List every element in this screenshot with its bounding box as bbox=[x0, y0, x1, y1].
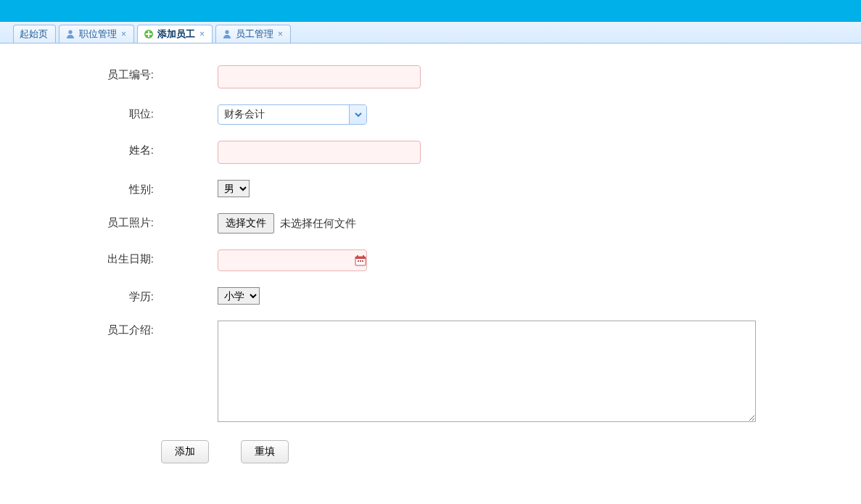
svg-rect-7 bbox=[358, 260, 359, 262]
person-icon bbox=[222, 29, 232, 39]
form-content: 员工编号: 职位: 财务会计 姓名: 性别: 男 女 bbox=[0, 44, 861, 463]
label-education: 学历: bbox=[0, 287, 160, 304]
person-icon bbox=[65, 29, 75, 39]
close-icon[interactable]: × bbox=[199, 29, 205, 39]
close-icon[interactable]: × bbox=[121, 29, 126, 39]
svg-rect-6 bbox=[363, 255, 364, 257]
svg-point-0 bbox=[68, 30, 72, 34]
svg-point-2 bbox=[225, 30, 228, 34]
position-value: 财务会计 bbox=[218, 108, 349, 121]
label-position: 职位: bbox=[0, 104, 160, 121]
tab-add-employee[interactable]: 添加员工 × bbox=[137, 25, 213, 43]
label-birthdate: 出生日期: bbox=[0, 249, 160, 266]
choose-file-button[interactable]: 选择文件 bbox=[218, 213, 274, 234]
birthdate-input-wrapper bbox=[218, 249, 367, 271]
birthdate-input[interactable] bbox=[218, 250, 354, 270]
calendar-icon[interactable] bbox=[354, 254, 367, 267]
tab-start[interactable]: 起始页 bbox=[13, 25, 56, 43]
tabs-strip: 起始页 职位管理 × 添加员工 × 员工管理 × bbox=[0, 22, 861, 44]
add-icon bbox=[144, 29, 154, 39]
tab-label: 员工管理 bbox=[236, 28, 273, 41]
tab-label: 起始页 bbox=[20, 28, 48, 41]
tab-position-manage[interactable]: 职位管理 × bbox=[59, 25, 134, 43]
chevron-down-icon[interactable] bbox=[349, 105, 366, 124]
label-employee-no: 员工编号: bbox=[0, 65, 160, 82]
intro-textarea[interactable] bbox=[218, 321, 756, 422]
gender-select[interactable]: 男 女 bbox=[218, 180, 250, 197]
label-name: 姓名: bbox=[0, 141, 160, 157]
tab-employee-manage[interactable]: 员工管理 × bbox=[215, 25, 291, 43]
label-photo: 员工照片: bbox=[0, 213, 160, 230]
svg-rect-8 bbox=[360, 260, 361, 262]
label-intro: 员工介绍: bbox=[0, 321, 160, 337]
education-select[interactable]: 小学 初中 高中 大专 本科 硕士 博士 bbox=[218, 287, 260, 305]
file-status-text: 未选择任何文件 bbox=[280, 217, 356, 231]
reset-button[interactable]: 重填 bbox=[241, 440, 289, 463]
employee-no-input[interactable] bbox=[218, 65, 421, 88]
add-button[interactable]: 添加 bbox=[161, 440, 209, 463]
label-gender: 性别: bbox=[0, 180, 160, 197]
svg-rect-5 bbox=[357, 255, 358, 257]
svg-rect-9 bbox=[362, 260, 363, 262]
tab-label: 添加员工 bbox=[157, 28, 195, 41]
header-bar bbox=[0, 0, 861, 22]
name-input[interactable] bbox=[218, 141, 421, 164]
tab-label: 职位管理 bbox=[79, 28, 117, 41]
position-combobox[interactable]: 财务会计 bbox=[218, 104, 367, 125]
close-icon[interactable]: × bbox=[278, 29, 283, 39]
